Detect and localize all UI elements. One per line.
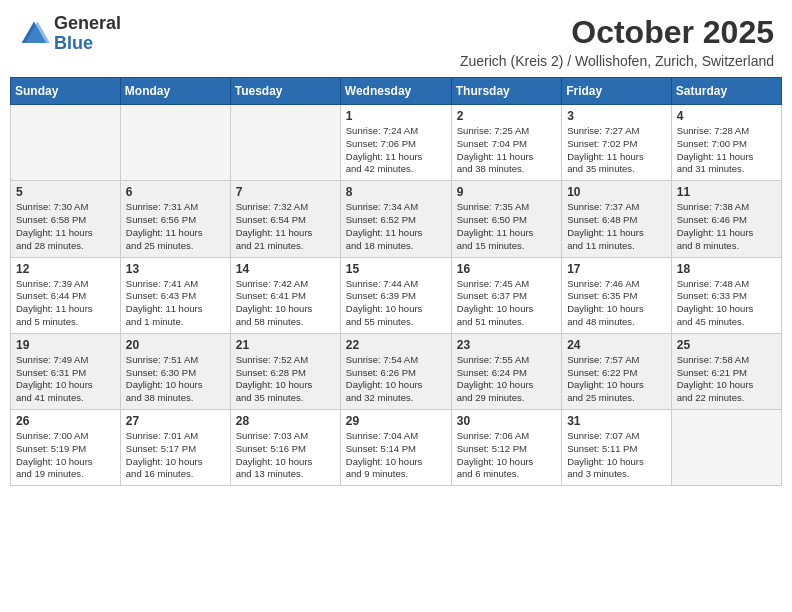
- col-header-monday: Monday: [120, 78, 230, 105]
- col-header-saturday: Saturday: [671, 78, 781, 105]
- day-number: 1: [346, 109, 446, 123]
- calendar-cell: 13Sunrise: 7:41 AM Sunset: 6:43 PM Dayli…: [120, 257, 230, 333]
- day-number: 10: [567, 185, 666, 199]
- col-header-thursday: Thursday: [451, 78, 561, 105]
- day-info: Sunrise: 7:06 AM Sunset: 5:12 PM Dayligh…: [457, 430, 556, 481]
- calendar-cell: [120, 105, 230, 181]
- day-info: Sunrise: 7:35 AM Sunset: 6:50 PM Dayligh…: [457, 201, 556, 252]
- day-number: 23: [457, 338, 556, 352]
- day-info: Sunrise: 7:52 AM Sunset: 6:28 PM Dayligh…: [236, 354, 335, 405]
- calendar-cell: 12Sunrise: 7:39 AM Sunset: 6:44 PM Dayli…: [11, 257, 121, 333]
- calendar-cell: 21Sunrise: 7:52 AM Sunset: 6:28 PM Dayli…: [230, 333, 340, 409]
- calendar-cell: 1Sunrise: 7:24 AM Sunset: 7:06 PM Daylig…: [340, 105, 451, 181]
- calendar-cell: 22Sunrise: 7:54 AM Sunset: 6:26 PM Dayli…: [340, 333, 451, 409]
- day-number: 3: [567, 109, 666, 123]
- day-number: 26: [16, 414, 115, 428]
- calendar-table: SundayMondayTuesdayWednesdayThursdayFrid…: [10, 77, 782, 486]
- title-block: October 2025 Zuerich (Kreis 2) / Wollish…: [460, 14, 774, 69]
- calendar-week-row: 12Sunrise: 7:39 AM Sunset: 6:44 PM Dayli…: [11, 257, 782, 333]
- day-info: Sunrise: 7:49 AM Sunset: 6:31 PM Dayligh…: [16, 354, 115, 405]
- day-number: 27: [126, 414, 225, 428]
- day-number: 29: [346, 414, 446, 428]
- day-number: 8: [346, 185, 446, 199]
- calendar-cell: 5Sunrise: 7:30 AM Sunset: 6:58 PM Daylig…: [11, 181, 121, 257]
- day-number: 31: [567, 414, 666, 428]
- calendar-cell: 20Sunrise: 7:51 AM Sunset: 6:30 PM Dayli…: [120, 333, 230, 409]
- day-info: Sunrise: 7:42 AM Sunset: 6:41 PM Dayligh…: [236, 278, 335, 329]
- col-header-sunday: Sunday: [11, 78, 121, 105]
- calendar-header-row: SundayMondayTuesdayWednesdayThursdayFrid…: [11, 78, 782, 105]
- day-info: Sunrise: 7:38 AM Sunset: 6:46 PM Dayligh…: [677, 201, 776, 252]
- day-number: 7: [236, 185, 335, 199]
- day-info: Sunrise: 7:04 AM Sunset: 5:14 PM Dayligh…: [346, 430, 446, 481]
- logo-blue-text: Blue: [54, 33, 93, 53]
- day-number: 20: [126, 338, 225, 352]
- day-number: 11: [677, 185, 776, 199]
- day-number: 19: [16, 338, 115, 352]
- calendar-cell: 30Sunrise: 7:06 AM Sunset: 5:12 PM Dayli…: [451, 410, 561, 486]
- calendar-cell: 28Sunrise: 7:03 AM Sunset: 5:16 PM Dayli…: [230, 410, 340, 486]
- month-title: October 2025: [460, 14, 774, 51]
- day-info: Sunrise: 7:01 AM Sunset: 5:17 PM Dayligh…: [126, 430, 225, 481]
- day-number: 15: [346, 262, 446, 276]
- day-info: Sunrise: 7:30 AM Sunset: 6:58 PM Dayligh…: [16, 201, 115, 252]
- day-number: 24: [567, 338, 666, 352]
- day-info: Sunrise: 7:03 AM Sunset: 5:16 PM Dayligh…: [236, 430, 335, 481]
- calendar-cell: 16Sunrise: 7:45 AM Sunset: 6:37 PM Dayli…: [451, 257, 561, 333]
- calendar-cell: 6Sunrise: 7:31 AM Sunset: 6:56 PM Daylig…: [120, 181, 230, 257]
- calendar-cell: 26Sunrise: 7:00 AM Sunset: 5:19 PM Dayli…: [11, 410, 121, 486]
- location-subtitle: Zuerich (Kreis 2) / Wollishofen, Zurich,…: [460, 53, 774, 69]
- col-header-tuesday: Tuesday: [230, 78, 340, 105]
- day-number: 28: [236, 414, 335, 428]
- col-header-wednesday: Wednesday: [340, 78, 451, 105]
- calendar-cell: 15Sunrise: 7:44 AM Sunset: 6:39 PM Dayli…: [340, 257, 451, 333]
- day-info: Sunrise: 7:44 AM Sunset: 6:39 PM Dayligh…: [346, 278, 446, 329]
- day-number: 12: [16, 262, 115, 276]
- calendar-cell: 24Sunrise: 7:57 AM Sunset: 6:22 PM Dayli…: [562, 333, 672, 409]
- calendar-cell: [11, 105, 121, 181]
- day-info: Sunrise: 7:07 AM Sunset: 5:11 PM Dayligh…: [567, 430, 666, 481]
- calendar-week-row: 5Sunrise: 7:30 AM Sunset: 6:58 PM Daylig…: [11, 181, 782, 257]
- page-header: General Blue October 2025 Zuerich (Kreis…: [10, 10, 782, 73]
- day-info: Sunrise: 7:57 AM Sunset: 6:22 PM Dayligh…: [567, 354, 666, 405]
- day-info: Sunrise: 7:41 AM Sunset: 6:43 PM Dayligh…: [126, 278, 225, 329]
- day-number: 6: [126, 185, 225, 199]
- day-info: Sunrise: 7:37 AM Sunset: 6:48 PM Dayligh…: [567, 201, 666, 252]
- day-info: Sunrise: 7:00 AM Sunset: 5:19 PM Dayligh…: [16, 430, 115, 481]
- day-info: Sunrise: 7:25 AM Sunset: 7:04 PM Dayligh…: [457, 125, 556, 176]
- day-number: 17: [567, 262, 666, 276]
- calendar-week-row: 1Sunrise: 7:24 AM Sunset: 7:06 PM Daylig…: [11, 105, 782, 181]
- calendar-cell: 29Sunrise: 7:04 AM Sunset: 5:14 PM Dayli…: [340, 410, 451, 486]
- calendar-cell: 31Sunrise: 7:07 AM Sunset: 5:11 PM Dayli…: [562, 410, 672, 486]
- logo-general-text: General: [54, 13, 121, 33]
- calendar-cell: 27Sunrise: 7:01 AM Sunset: 5:17 PM Dayli…: [120, 410, 230, 486]
- day-info: Sunrise: 7:48 AM Sunset: 6:33 PM Dayligh…: [677, 278, 776, 329]
- day-info: Sunrise: 7:45 AM Sunset: 6:37 PM Dayligh…: [457, 278, 556, 329]
- calendar-cell: 3Sunrise: 7:27 AM Sunset: 7:02 PM Daylig…: [562, 105, 672, 181]
- day-info: Sunrise: 7:46 AM Sunset: 6:35 PM Dayligh…: [567, 278, 666, 329]
- calendar-cell: 8Sunrise: 7:34 AM Sunset: 6:52 PM Daylig…: [340, 181, 451, 257]
- calendar-cell: 17Sunrise: 7:46 AM Sunset: 6:35 PM Dayli…: [562, 257, 672, 333]
- day-info: Sunrise: 7:54 AM Sunset: 6:26 PM Dayligh…: [346, 354, 446, 405]
- day-number: 16: [457, 262, 556, 276]
- day-number: 18: [677, 262, 776, 276]
- calendar-cell: 23Sunrise: 7:55 AM Sunset: 6:24 PM Dayli…: [451, 333, 561, 409]
- day-number: 25: [677, 338, 776, 352]
- day-number: 9: [457, 185, 556, 199]
- day-number: 30: [457, 414, 556, 428]
- calendar-cell: 11Sunrise: 7:38 AM Sunset: 6:46 PM Dayli…: [671, 181, 781, 257]
- day-info: Sunrise: 7:27 AM Sunset: 7:02 PM Dayligh…: [567, 125, 666, 176]
- day-number: 13: [126, 262, 225, 276]
- calendar-cell: 7Sunrise: 7:32 AM Sunset: 6:54 PM Daylig…: [230, 181, 340, 257]
- day-info: Sunrise: 7:31 AM Sunset: 6:56 PM Dayligh…: [126, 201, 225, 252]
- calendar-cell: 2Sunrise: 7:25 AM Sunset: 7:04 PM Daylig…: [451, 105, 561, 181]
- day-info: Sunrise: 7:51 AM Sunset: 6:30 PM Dayligh…: [126, 354, 225, 405]
- day-info: Sunrise: 7:32 AM Sunset: 6:54 PM Dayligh…: [236, 201, 335, 252]
- col-header-friday: Friday: [562, 78, 672, 105]
- day-number: 5: [16, 185, 115, 199]
- calendar-cell: 19Sunrise: 7:49 AM Sunset: 6:31 PM Dayli…: [11, 333, 121, 409]
- logo: General Blue: [18, 14, 121, 54]
- day-info: Sunrise: 7:39 AM Sunset: 6:44 PM Dayligh…: [16, 278, 115, 329]
- day-number: 4: [677, 109, 776, 123]
- day-number: 22: [346, 338, 446, 352]
